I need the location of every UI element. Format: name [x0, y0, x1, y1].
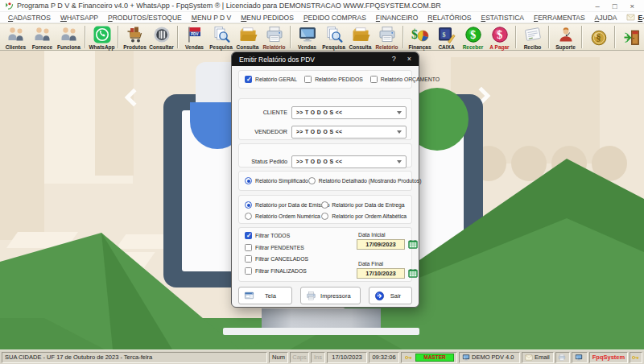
checkbox-box-icon: ✓: [245, 76, 252, 83]
chevron-down-icon: [397, 130, 402, 134]
status-panel-email[interactable]: Email: [522, 352, 554, 363]
status-panel-date: 17/10/2023: [327, 352, 367, 363]
data-inicial-input[interactable]: 17/09/2023: [357, 239, 405, 250]
menu-item-produtos-estoque[interactable]: PRODUTOS/ESTOQUE: [103, 14, 187, 22]
radio-icon: [245, 177, 252, 184]
people-icon: [33, 25, 52, 44]
checkbox-filtrar-pendentes[interactable]: ✓Filtrar PENDENTES: [245, 244, 308, 251]
printer-icon: [306, 291, 316, 301]
calendar-icon[interactable]: [407, 268, 419, 279]
toolbar-button-consulta[interactable]: Consulta: [347, 24, 374, 50]
status-pedido-combobox[interactable]: >> T O D O S <<: [291, 155, 407, 168]
status-panel-key: [630, 352, 642, 363]
radio-relat-rio-por-data-de-emiss-o[interactable]: Relatório por Data de Emissão: [245, 201, 321, 209]
folder-icon: [351, 25, 370, 44]
people-icon: [6, 25, 26, 44]
money-pie-icon: [411, 25, 430, 44]
key-icon: [631, 354, 639, 362]
radio-relat-rio-simplificado[interactable]: Relatório Simplificado: [245, 177, 308, 184]
menu-item-cadastros[interactable]: CADASTROS: [3, 14, 56, 22]
radio-relat-rio-ordem-num-rica[interactable]: Relatório Ordem Numérica: [245, 213, 321, 220]
maximize-button[interactable]: □: [613, 0, 617, 12]
close-button[interactable]: ×: [630, 0, 634, 12]
toolbar-button-consulta[interactable]: Consulta: [234, 24, 261, 50]
toolbar-button-produtos[interactable]: Produtos: [122, 24, 148, 50]
toolbar-divider: [548, 26, 550, 48]
radio-relat-rio-por-ordem-alfab-tica[interactable]: Relatório por Ordem Alfabética: [321, 213, 411, 220]
minimize-button[interactable]: –: [595, 0, 599, 12]
toolbar-button-suporte[interactable]: Suporte: [552, 24, 579, 50]
impressora-button[interactable]: Impressora: [300, 287, 361, 304]
toolbar-button-exit-door-icon[interactable]: [618, 27, 644, 48]
vendedor-combobox[interactable]: >> T O D O S <<: [291, 126, 407, 139]
field-row-cliente: CLIENTE>> T O D O S <<: [239, 105, 407, 119]
toolbar-button-finan-as[interactable]: Finanças: [407, 24, 433, 50]
toolbar-button-vendas[interactable]: Vendas: [181, 24, 208, 50]
monitor-icon: [298, 25, 317, 44]
status-panel-brand[interactable]: FpqSystem: [589, 352, 628, 363]
radio-icon: [321, 213, 328, 220]
toolbar-button-receber[interactable]: Receber: [460, 24, 486, 50]
checkbox-relat-rio-or-amento[interactable]: ✓Relatório ORÇAMENTO: [370, 76, 440, 83]
menu-item-ferramentas[interactable]: FERRAMENTAS: [529, 14, 590, 22]
barcode-icon: [152, 25, 171, 44]
client-vendor-group: CLIENTE>> T O D O S <<VENDEDOR>> T O D O…: [238, 98, 412, 140]
status-panel-printer[interactable]: [555, 352, 570, 363]
key-icon: [404, 354, 412, 362]
toolbar-button-pesquisa[interactable]: Pesquisa: [208, 24, 234, 50]
dialog-titlebar: Emitir Relatório dos PDV ? ×: [232, 52, 419, 66]
calendar-icon[interactable]: [407, 239, 419, 250]
radio-relat-rio-por-data-de-entrega[interactable]: Relatório por Data de Entrega: [321, 201, 411, 209]
cashbook-icon: [437, 25, 456, 44]
checkbox-filtrar-todos[interactable]: ✓Filtrar TODOS: [245, 232, 308, 239]
menu-item-estatistica[interactable]: ESTATISTICA: [476, 14, 529, 22]
toolbar-button-pesquisa[interactable]: Pesquisa: [320, 24, 347, 50]
toolbar-button-funciona[interactable]: Funciona: [56, 24, 82, 50]
dialog-close-button[interactable]: ×: [407, 52, 411, 66]
toolbar-button-recibo[interactable]: Recibo: [519, 24, 546, 50]
dialog-help-button[interactable]: ?: [392, 52, 396, 66]
checkbox-relat-rio-pedidos[interactable]: ✓Relatório PEDIDOS: [304, 76, 363, 83]
menu-item-pedido-compras[interactable]: PEDIDO COMPRAS: [299, 14, 371, 22]
exit-door-icon: [622, 28, 642, 48]
toolbar-button-relat-rio[interactable]: Relatório: [261, 24, 287, 50]
toolbar: ClientesForneceFuncionaWhatsAppProdutosC…: [0, 23, 644, 51]
menu-bar: CADASTROSWHATSAPPPRODUTOS/ESTOQUEMENU P …: [0, 12, 644, 23]
toolbar-button-a-pagar[interactable]: A Pagar: [486, 24, 513, 50]
radio-relat-rio-detalhado-mostrando-produtos[interactable]: Relatório Detalhado (Mostrando Produtos): [308, 177, 422, 184]
monitor-icon: [575, 354, 583, 362]
chevron-down-icon: [397, 111, 402, 114]
order-option-group: Relatório por Data de EmissãoRelatório p…: [238, 195, 412, 224]
filter-date-group: ✓Filtrar TODOS✓Filtrar PENDENTES✓Filtrar…: [238, 227, 412, 282]
window-titlebar: Programa P D V & Financeiro v4.0 + Whats…: [0, 0, 644, 12]
status-panel-main: SUA CIDADE - UF 17 de Outubro de 2023 - …: [2, 352, 267, 363]
data-final-input[interactable]: 17/10/2023: [357, 268, 405, 279]
toolbar-button-whatsapp[interactable]: WhatsApp: [89, 24, 115, 50]
sair-button[interactable]: Sair: [369, 287, 412, 304]
checkbox-relat-rio-geral[interactable]: ✓Relatório GERAL: [245, 76, 297, 83]
search-docs-icon: [324, 25, 344, 44]
radio-icon: [321, 201, 328, 209]
status-pedido-group: Status Pedido>> T O D O S <<: [238, 143, 412, 168]
toolbar-button-vendas[interactable]: Vendas: [294, 24, 320, 50]
coin-icon: [589, 28, 609, 48]
toolbar-button-coin-icon[interactable]: [585, 27, 612, 48]
menu-item-financeiro[interactable]: FINANCEIRO: [371, 14, 423, 22]
cliente-combobox[interactable]: >> T O D O S <<: [291, 106, 407, 119]
menu-item-whatsapp[interactable]: WHATSAPP: [56, 14, 103, 22]
checkbox-filtrar-cancelados[interactable]: ✓Filtrar CANCELADOS: [245, 255, 308, 263]
toolbar-button-relat-rio[interactable]: Relatório: [374, 24, 400, 50]
toolbar-button-caixa[interactable]: CAIXA: [433, 24, 460, 50]
toolbar-button-fornece[interactable]: Fornece: [29, 24, 56, 50]
menu-item-menu-p-d-v[interactable]: MENU P D V: [187, 14, 236, 22]
tela-button[interactable]: Tela: [238, 287, 292, 304]
toolbar-button-clientes[interactable]: Clientes: [2, 24, 29, 50]
menu-item-e-mail[interactable]: E-MAIL: [621, 13, 644, 22]
menu-item-relat-rios[interactable]: RELATÓRIOS: [423, 14, 476, 22]
checkbox-filtrar-finalizados[interactable]: ✓Filtrar FINALIZADOS: [245, 267, 308, 275]
data-inicial-label: Data Inicial: [358, 232, 386, 238]
status-panel-screen[interactable]: [572, 352, 588, 363]
toolbar-button-consultar[interactable]: Consultar: [148, 24, 175, 50]
menu-item-ajuda[interactable]: AJUDA: [590, 14, 622, 22]
menu-item-menu-pedidos[interactable]: MENU PEDIDOS: [236, 14, 299, 22]
